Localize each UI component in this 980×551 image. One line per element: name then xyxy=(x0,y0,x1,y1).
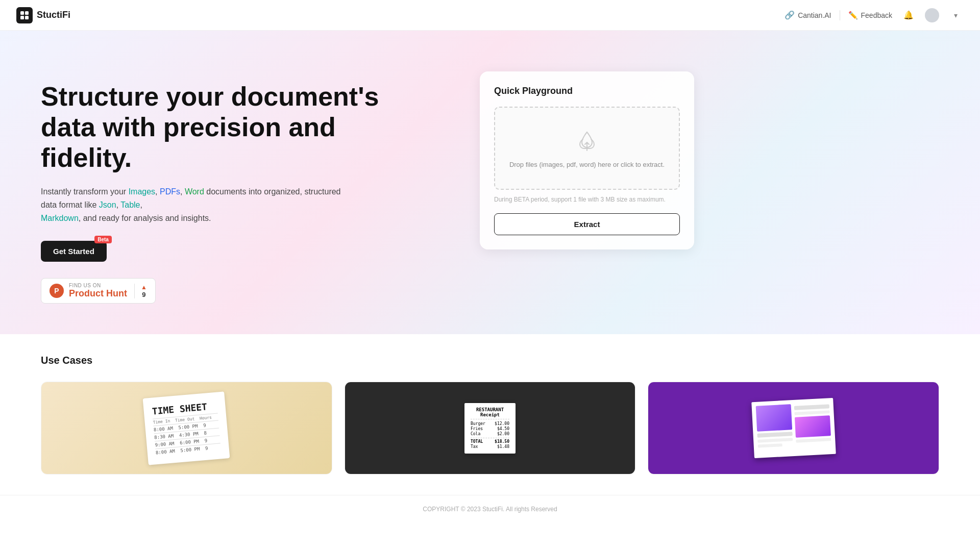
use-cases-grid: TIME SHEET Time In Time Out Hours 8:00 A… xyxy=(41,382,939,474)
ph-find-label: FIND US ON xyxy=(69,283,127,288)
user-label: Cantian.AI xyxy=(798,11,831,19)
ph-votes: ▲ 9 xyxy=(134,284,147,298)
header-actions: 🔗 Cantian.AI ✏️ Feedback 🔔 ▾ xyxy=(785,7,964,23)
receipt-visual: RESTAURANTReceipt Burger$12.00 Fries$4.5… xyxy=(464,403,516,454)
beta-badge: Beta xyxy=(94,236,112,243)
desc-prefix: Instantly transform your xyxy=(41,187,129,196)
desc-suffix: , and ready for analysis and insights. xyxy=(79,214,211,222)
feedback-button[interactable]: ✏️ Feedback xyxy=(848,11,892,20)
use-cases-title: Use Cases xyxy=(41,355,939,366)
copyright-text: COPYRIGHT © 2023 StuctiFi. All rights Re… xyxy=(423,506,557,513)
desc-sep2: , xyxy=(180,187,185,196)
drop-zone-text: Drop files (images, pdf, word) here or c… xyxy=(505,161,669,168)
drop-zone[interactable]: Drop files (images, pdf, word) here or c… xyxy=(494,107,680,190)
product-hunt-badge[interactable]: P FIND US ON Product Hunt ▲ 9 xyxy=(41,278,156,304)
use-case-card-magazine[interactable] xyxy=(648,382,939,474)
user-menu[interactable]: 🔗 Cantian.AI xyxy=(785,10,831,20)
footer: COPYRIGHT © 2023 StuctiFi. All rights Re… xyxy=(0,495,980,523)
header-divider xyxy=(840,10,840,20)
use-case-card-receipt[interactable]: RESTAURANTReceipt Burger$12.00 Fries$4.5… xyxy=(345,382,636,474)
avatar xyxy=(925,8,939,22)
ph-arrow-icon: ▲ xyxy=(141,284,147,291)
highlight-json: Json xyxy=(99,201,116,209)
playground-card: Quick Playground Drop files (images, pdf… xyxy=(480,71,694,249)
ph-name-label: Product Hunt xyxy=(69,288,127,299)
product-hunt-logo: P xyxy=(50,284,64,298)
highlight-table: Table xyxy=(120,201,140,209)
upload-icon xyxy=(505,128,669,155)
hero-content: Structure your document's data with prec… xyxy=(41,71,449,304)
highlight-images: Images xyxy=(129,187,155,196)
pencil-icon: ✏️ xyxy=(848,11,858,20)
hero-description: Instantly transform your Images, PDFs, W… xyxy=(41,185,357,224)
highlight-word: Word xyxy=(185,187,204,196)
logo[interactable]: StuctiFi xyxy=(16,7,70,23)
beta-note: During BETA period, support 1 file with … xyxy=(494,196,680,203)
product-hunt-text: FIND US ON Product Hunt xyxy=(69,283,127,299)
get-started-label: Get Started xyxy=(53,247,94,256)
magazine-visual xyxy=(751,398,836,458)
ph-count: 9 xyxy=(142,291,145,298)
hero-section: Structure your document's data with prec… xyxy=(0,31,980,334)
notification-button[interactable]: 🔔 xyxy=(900,7,917,23)
use-case-card-timesheet[interactable]: TIME SHEET Time In Time Out Hours 8:00 A… xyxy=(41,382,332,474)
svg-rect-1 xyxy=(25,11,29,15)
extract-button[interactable]: Extract xyxy=(494,213,680,235)
timesheet-visual: TIME SHEET Time In Time Out Hours 8:00 A… xyxy=(143,391,230,465)
svg-rect-3 xyxy=(25,16,29,19)
header: StuctiFi 🔗 Cantian.AI ✏️ Feedback 🔔 ▾ xyxy=(0,0,980,31)
card-image-receipt: RESTAURANTReceipt Burger$12.00 Fries$4.5… xyxy=(345,382,635,474)
card-image-timesheet: TIME SHEET Time In Time Out Hours 8:00 A… xyxy=(41,382,332,474)
feedback-label: Feedback xyxy=(861,11,892,19)
desc-sep4: , xyxy=(140,201,142,209)
desc-sep1: , xyxy=(155,187,160,196)
svg-rect-0 xyxy=(20,11,24,15)
svg-rect-2 xyxy=(20,16,24,19)
highlight-pdfs: PDFs xyxy=(160,187,180,196)
get-started-button[interactable]: Get Started Beta xyxy=(41,241,107,262)
dropdown-button[interactable]: ▾ xyxy=(947,7,964,23)
highlight-markdown: Markdown xyxy=(41,214,79,222)
card-image-magazine xyxy=(648,382,939,474)
use-cases-section: Use Cases TIME SHEET Time In Time Out Ho… xyxy=(0,334,980,495)
hero-title: Structure your document's data with prec… xyxy=(41,82,424,173)
logo-icon xyxy=(16,7,33,23)
desc-sep3: , xyxy=(116,201,121,209)
extract-label: Extract xyxy=(574,220,600,229)
playground-title: Quick Playground xyxy=(494,86,680,96)
logo-text: StuctiFi xyxy=(37,10,70,20)
user-icon: 🔗 xyxy=(785,10,795,20)
